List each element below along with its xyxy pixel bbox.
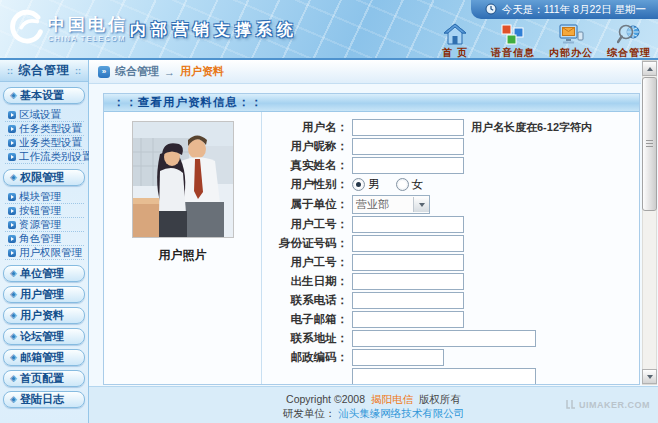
- text-input[interactable]: [352, 254, 464, 271]
- sidebar-header: :: 综合管理 ::: [0, 60, 88, 82]
- field-hint: 用户名长度在6-12字符内: [471, 120, 592, 135]
- chevron-down-icon[interactable]: [413, 197, 429, 212]
- radio-icon[interactable]: [396, 178, 409, 191]
- logo-text-en: CHINA TELECOM: [48, 35, 128, 42]
- radio-icon[interactable]: [352, 178, 365, 191]
- sidebar-item[interactable]: 区域设置: [5, 108, 84, 122]
- sidebar-section-button[interactable]: ◈单位管理: [3, 265, 85, 282]
- sidebar-item[interactable]: 业务类型设置: [5, 136, 84, 150]
- text-input[interactable]: [352, 273, 464, 290]
- field-label: 电子邮箱：: [268, 312, 352, 327]
- text-input[interactable]: [352, 349, 444, 366]
- field-label: 用户昵称：: [268, 139, 352, 154]
- nav-item-voice[interactable]: 语音信息: [486, 21, 540, 60]
- form-row: 联系地址：: [268, 330, 639, 347]
- radio-option-label: 女: [412, 177, 424, 192]
- text-input[interactable]: [352, 138, 464, 155]
- sidebar-item[interactable]: 任务类型设置: [5, 122, 84, 136]
- sidebar-item-label: 模块管理: [19, 190, 61, 204]
- text-input[interactable]: [352, 235, 464, 252]
- text-input[interactable]: [352, 292, 464, 309]
- section-diamond-icon: ◈: [10, 353, 17, 362]
- section-diamond-icon: ◈: [10, 290, 17, 299]
- form-row: 用户描述：: [268, 368, 639, 385]
- photo-caption: 用户照片: [159, 247, 207, 264]
- header: 中国电信 CHINA TELECOM 内部营销支撑系统 今天是：111年 8月2…: [0, 0, 658, 60]
- sidebar-section-button[interactable]: ◈权限管理: [3, 169, 85, 186]
- sidebar-section-button[interactable]: ◈用户资料: [3, 307, 85, 324]
- sidebar-section-label: 登陆日志: [20, 392, 64, 407]
- sidebar-section-label: 论坛管理: [20, 329, 64, 344]
- form-row: 身份证号码：: [268, 235, 639, 252]
- nav-item-home[interactable]: 首 页: [428, 21, 482, 60]
- arrow-square-icon: [8, 249, 16, 257]
- logo-text-cn: 中国电信: [48, 16, 128, 33]
- breadcrumb-icon[interactable]: »: [98, 66, 110, 78]
- home-icon: [443, 21, 467, 45]
- nav-item-office[interactable]: 内部办公: [544, 21, 598, 60]
- text-input[interactable]: [352, 157, 464, 174]
- description-textarea[interactable]: [352, 368, 536, 385]
- arrow-square-icon: [8, 139, 16, 147]
- radio-option[interactable]: 男: [352, 177, 380, 192]
- scrollbar[interactable]: [642, 60, 657, 385]
- developer-company-link[interactable]: 汕头集缘网络技术有限公司: [338, 407, 464, 419]
- sidebar-section-button[interactable]: ◈基本设置: [3, 87, 85, 104]
- footer: Copyright ©2008 揭阳电信 版权所有 研发单位： 汕头集缘网络技术…: [89, 386, 658, 423]
- sidebar-item[interactable]: 按钮管理: [5, 204, 84, 218]
- nav-item-label: 内部办公: [549, 46, 593, 60]
- uimaker-logo-icon: [566, 399, 576, 411]
- voice-cubes-icon: [501, 21, 525, 45]
- form-row: 用户名：用户名长度在6-12字符内: [268, 119, 639, 136]
- section-diamond-icon: ◈: [10, 395, 17, 404]
- clock-icon: [485, 3, 497, 17]
- nav-item-management[interactable]: 综合管理: [602, 21, 656, 60]
- text-input[interactable]: [352, 119, 464, 136]
- text-input[interactable]: [352, 216, 464, 233]
- radio-option[interactable]: 女: [396, 177, 424, 192]
- management-globe-icon: [617, 21, 641, 45]
- page: 中国电信 CHINA TELECOM 内部营销支撑系统 今天是：111年 8月2…: [0, 0, 658, 423]
- sidebar-section-button[interactable]: ◈邮箱管理: [3, 349, 85, 366]
- field-label: 真实姓名：: [268, 158, 352, 173]
- sidebar-item[interactable]: 角色管理: [5, 232, 84, 246]
- unit-select[interactable]: 营业部: [352, 195, 430, 214]
- text-input[interactable]: [352, 330, 536, 347]
- gender-radio-group: 男女: [352, 177, 423, 192]
- section-diamond-icon: ◈: [10, 173, 17, 182]
- scroll-thumb[interactable]: [643, 78, 656, 210]
- scroll-up-button[interactable]: [643, 62, 656, 75]
- nav-item-label: 首 页: [442, 46, 468, 60]
- sidebar-item[interactable]: 用户权限管理: [5, 246, 84, 260]
- sidebar-section-button[interactable]: ◈论坛管理: [3, 328, 85, 345]
- field-label: 出生日期：: [268, 274, 352, 289]
- photo-column: 用户照片: [104, 112, 262, 384]
- breadcrumb-parent[interactable]: 综合管理: [115, 64, 159, 79]
- text-input[interactable]: [352, 311, 464, 328]
- field-label: 联系地址：: [268, 331, 352, 346]
- sidebar-item-label: 工作流类别设置: [19, 150, 93, 164]
- sidebar-section-button[interactable]: ◈用户管理: [3, 286, 85, 303]
- scroll-down-button[interactable]: [643, 370, 656, 383]
- section-diamond-icon: ◈: [10, 269, 17, 278]
- sidebar-item[interactable]: 资源管理: [5, 218, 84, 232]
- breadcrumb: » 综合管理 → 用户资料: [89, 60, 641, 84]
- arrow-square-icon: [8, 125, 16, 133]
- sidebar-section-label: 单位管理: [20, 266, 64, 281]
- sidebar-title: 综合管理: [18, 62, 70, 79]
- arrow-square-icon: [8, 111, 16, 119]
- panel-title: ：：查看用户资料信息：：: [113, 95, 263, 110]
- uimaker-watermark: UIMAKER.COM: [566, 399, 650, 411]
- form-row: 用户昵称：: [268, 138, 639, 155]
- sidebar-item-label: 用户权限管理: [19, 246, 82, 260]
- form-row: 联系电话：: [268, 292, 639, 309]
- sidebar-item[interactable]: 模块管理: [5, 190, 84, 204]
- sidebar-item[interactable]: 工作流类别设置: [5, 150, 84, 164]
- form-row: 真实姓名：: [268, 157, 639, 174]
- sidebar-section-button[interactable]: ◈登陆日志: [3, 391, 85, 408]
- form-row: 用户性别：男女: [268, 176, 639, 193]
- field-label: 身份证号码：: [268, 236, 352, 251]
- sidebar-section-button[interactable]: ◈首页配置: [3, 370, 85, 387]
- sidebar-item-label: 按钮管理: [19, 204, 61, 218]
- sidebar-item-label: 区域设置: [19, 108, 61, 122]
